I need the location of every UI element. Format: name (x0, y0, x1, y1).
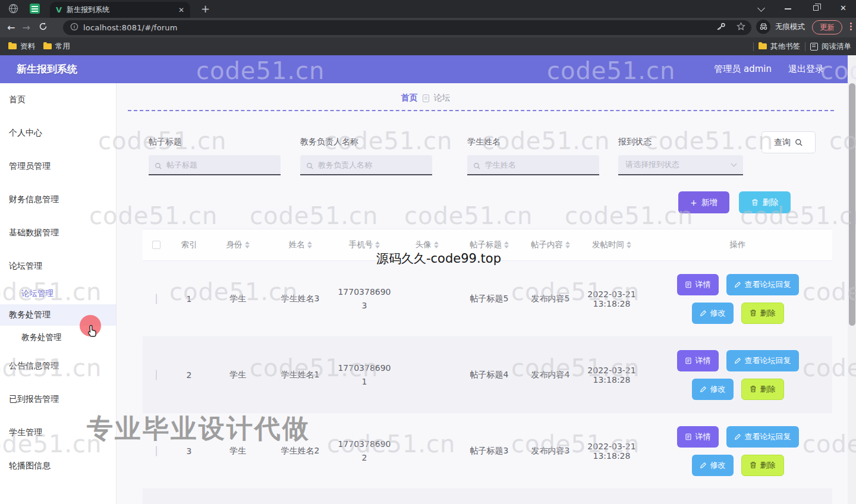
sort-icon[interactable] (627, 241, 631, 248)
separator (805, 42, 805, 51)
student-name-input[interactable] (467, 155, 599, 175)
filter-label-report-status: 报到状态 (618, 137, 652, 147)
sidebar-item-personal-center[interactable]: 个人中心 (0, 116, 116, 150)
edit-button[interactable]: 修改 (692, 303, 734, 324)
view-replies-button[interactable]: 查看论坛回复 (726, 426, 799, 448)
window-minimize-button[interactable] (785, 8, 791, 10)
folder-icon (43, 43, 52, 49)
other-bookmarks-button[interactable]: 其他书签 (759, 42, 800, 52)
reload-button[interactable] (39, 22, 48, 33)
browser-tabstrip: V 新生报到系统 ✕ + ✕ (0, 0, 856, 18)
password-key-icon[interactable] (716, 22, 726, 33)
page-scrollbar[interactable] (848, 55, 856, 504)
breadcrumb-home-link[interactable]: 首页 (401, 93, 418, 103)
col-header-index: 索引 (170, 240, 208, 250)
sidebar-item-finance-manage[interactable]: 财务信息管理 (0, 183, 116, 216)
sort-icon[interactable] (245, 241, 250, 248)
menu-dots-icon[interactable] (850, 23, 852, 30)
detail-button[interactable]: 详情 (677, 350, 719, 371)
delete-button[interactable]: 删除 (739, 191, 791, 213)
reading-list-button[interactable]: 阅读清单 (810, 42, 851, 52)
tab-search-chevron-icon[interactable] (757, 4, 765, 12)
select-all-checkbox[interactable] (143, 241, 170, 249)
filter-label-academic-leader: 教务负责人名称 (300, 137, 358, 147)
info-icon[interactable] (70, 22, 78, 33)
cell-post-title: 帖子标题3 (458, 446, 521, 456)
col-header-identity[interactable]: 身份 (208, 240, 268, 250)
query-button[interactable]: 查询 (761, 131, 816, 153)
sidebar-item-label: 公告信息管理 (9, 361, 59, 371)
url-bar[interactable]: localhost:8081/#/forum (63, 20, 751, 35)
sidebar-item-label: 轮播图信息 (9, 461, 51, 471)
sidebar-item-home[interactable]: 首页 (0, 83, 116, 116)
sidebar-item-admin-manage[interactable]: 管理员管理 (0, 150, 116, 183)
browser-profile-icon[interactable] (8, 4, 18, 16)
post-title-input[interactable] (149, 155, 281, 175)
url-text: localhost:8081/#/forum (83, 23, 178, 32)
other-bookmarks-label: 其他书签 (770, 42, 800, 52)
view-replies-button[interactable]: 查看论坛回复 (726, 274, 799, 295)
tab-close-icon[interactable]: ✕ (178, 6, 184, 14)
sidebar-item-label: 教务处管理 (9, 310, 51, 320)
edit-button[interactable]: 修改 (692, 379, 734, 400)
document-icon (685, 433, 692, 440)
sort-icon[interactable] (307, 241, 312, 248)
sidebar-item-label: 已到报告管理 (9, 394, 59, 405)
col-header-post-time[interactable]: 发帖时间 (580, 240, 643, 250)
edit-button[interactable]: 修改 (692, 455, 734, 476)
incognito-icon (756, 20, 770, 34)
screen: V 新生报到系统 ✕ + ✕ ← → localhost:8081/#/foru… (0, 0, 856, 504)
sort-icon[interactable] (565, 241, 570, 248)
breadcrumb: 首页 论坛 (117, 93, 735, 103)
report-status-select[interactable]: 请选择报到状态 (618, 155, 743, 175)
sidebar-item-basedata-manage[interactable]: 基础数据管理 (0, 216, 116, 250)
row-checkbox[interactable] (156, 446, 157, 456)
update-button[interactable]: 更新 (812, 20, 842, 34)
row-checkbox[interactable] (156, 370, 157, 380)
row-delete-button[interactable]: 删除 (741, 379, 784, 400)
col-header-avatar[interactable]: 头像 (396, 240, 458, 250)
logout-button[interactable]: 退出登录 (788, 64, 824, 75)
sort-icon[interactable] (504, 241, 509, 248)
forward-button[interactable]: → (22, 22, 30, 33)
bookmark-ziliao[interactable]: 资料 (0, 42, 35, 52)
current-user-label: 管理员 admin (714, 64, 772, 75)
sidebar-item-notice-manage[interactable]: 公告信息管理 (0, 349, 116, 383)
col-header-name[interactable]: 姓名 (268, 240, 333, 250)
cell-identity: 学生 (208, 446, 268, 456)
dashed-divider (128, 110, 834, 111)
bookmark-star-icon[interactable] (737, 22, 745, 33)
sort-icon[interactable] (434, 241, 439, 248)
table-row: 3 学生 学生姓名2 17703786902 帖子标题3 发布内容3 2022-… (143, 413, 832, 489)
sidebar-item-arrival-report-manage[interactable]: 已到报告管理 (0, 383, 116, 416)
col-header-post-content[interactable]: 帖子内容 (521, 240, 580, 250)
detail-button[interactable]: 详情 (677, 274, 719, 295)
col-header-phone[interactable]: 手机号 (333, 240, 396, 250)
academic-leader-input[interactable] (300, 155, 432, 175)
pencil-icon (700, 310, 707, 317)
row-delete-button[interactable]: 删除 (741, 303, 784, 324)
browser-tab[interactable]: V 新生报到系统 ✕ (50, 2, 190, 18)
sidebar-subitem-forum[interactable]: 论坛管理 (0, 283, 116, 304)
row-checkbox[interactable] (156, 294, 157, 304)
detail-button[interactable]: 详情 (677, 426, 719, 448)
cell-phone: 17703786903 (337, 285, 392, 312)
sidebar-item-forum-manage[interactable]: 论坛管理 (0, 250, 116, 283)
window-restore-button[interactable] (813, 5, 819, 11)
extension-icon[interactable] (30, 4, 40, 14)
view-replies-button[interactable]: 查看论坛回复 (726, 350, 799, 371)
reading-list-label: 阅读清单 (822, 42, 851, 52)
window-close-button[interactable]: ✕ (840, 4, 846, 12)
sidebar-item-carousel-manage[interactable]: 轮播图信息 (0, 449, 116, 483)
scrollbar-thumb[interactable] (849, 83, 855, 326)
sidebar-item-student-manage[interactable]: 学生管理 (0, 416, 116, 449)
row-delete-button[interactable]: 删除 (741, 455, 784, 476)
search-icon (306, 161, 314, 172)
back-button[interactable]: ← (7, 22, 15, 33)
bookmark-changyong[interactable]: 常用 (35, 42, 70, 52)
search-icon (155, 161, 162, 172)
new-tab-button[interactable]: + (201, 4, 210, 14)
sort-icon[interactable] (375, 241, 380, 248)
add-button[interactable]: + 新增 (678, 191, 729, 213)
col-header-post-title[interactable]: 帖子标题 (458, 240, 521, 250)
